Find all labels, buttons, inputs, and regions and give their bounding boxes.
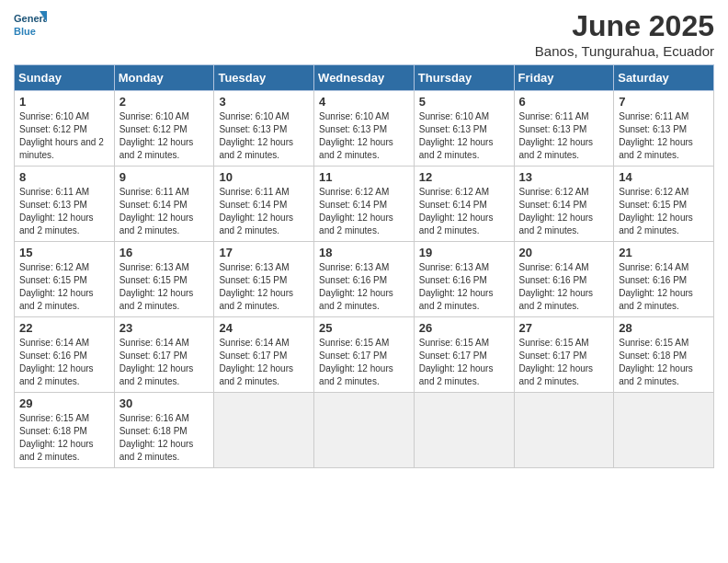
empty-cell-5 [614,393,714,468]
day-13: 13 Sunrise: 6:12 AMSunset: 6:14 PMDaylig… [514,167,614,242]
day-21: 21 Sunrise: 6:14 AMSunset: 6:16 PMDaylig… [614,242,714,317]
day-4: 4 Sunrise: 6:10 AMSunset: 6:13 PMDayligh… [314,91,415,167]
day-18: 18 Sunrise: 6:13 AMSunset: 6:16 PMDaylig… [314,242,415,317]
day-8: 8 Sunrise: 6:11 AMSunset: 6:13 PMDayligh… [15,167,115,242]
location-subtitle: Banos, Tungurahua, Ecuador [535,43,714,59]
day-1: 1 Sunrise: 6:10 AMSunset: 6:12 PMDayligh… [15,91,115,167]
day-14: 14 Sunrise: 6:12 AMSunset: 6:15 PMDaylig… [614,167,714,242]
day-10: 10 Sunrise: 6:11 AMSunset: 6:14 PMDaylig… [214,167,314,242]
header-sunday: Sunday [15,65,115,91]
calendar-header-row: Sunday Monday Tuesday Wednesday Thursday… [15,65,714,91]
day-9: 9 Sunrise: 6:11 AMSunset: 6:14 PMDayligh… [114,167,214,242]
day-29: 29 Sunrise: 6:15 AMSunset: 6:18 PMDaylig… [15,393,115,468]
logo-icon: General Blue [14,9,47,42]
day-16: 16 Sunrise: 6:13 AMSunset: 6:15 PMDaylig… [114,242,214,317]
week-row-4: 22 Sunrise: 6:14 AMSunset: 6:16 PMDaylig… [15,317,714,393]
header-thursday: Thursday [414,65,514,91]
day-30: 30 Sunrise: 6:16 AMSunset: 6:18 PMDaylig… [114,393,214,468]
logo: General Blue [14,9,47,42]
month-title: June 2025 [535,9,714,43]
day-2: 2 Sunrise: 6:10 AMSunset: 6:12 PMDayligh… [114,91,214,167]
title-block: June 2025 Banos, Tungurahua, Ecuador [535,9,714,59]
day-28: 28 Sunrise: 6:15 AMSunset: 6:18 PMDaylig… [614,317,714,393]
empty-cell-3 [414,393,514,468]
week-row-1: 1 Sunrise: 6:10 AMSunset: 6:12 PMDayligh… [15,91,714,167]
day-5: 5 Sunrise: 6:10 AMSunset: 6:13 PMDayligh… [414,91,514,167]
day-26: 26 Sunrise: 6:15 AMSunset: 6:17 PMDaylig… [414,317,514,393]
day-23: 23 Sunrise: 6:14 AMSunset: 6:17 PMDaylig… [114,317,214,393]
day-15: 15 Sunrise: 6:12 AMSunset: 6:15 PMDaylig… [15,242,115,317]
week-row-5: 29 Sunrise: 6:15 AMSunset: 6:18 PMDaylig… [15,393,714,468]
day-11: 11 Sunrise: 6:12 AMSunset: 6:14 PMDaylig… [314,167,415,242]
header-friday: Friday [514,65,614,91]
header-wednesday: Wednesday [314,65,415,91]
day-19: 19 Sunrise: 6:13 AMSunset: 6:16 PMDaylig… [414,242,514,317]
empty-cell-1 [214,393,314,468]
day-3: 3 Sunrise: 6:10 AMSunset: 6:13 PMDayligh… [214,91,314,167]
header-monday: Monday [114,65,214,91]
header-saturday: Saturday [614,65,714,91]
empty-cell-2 [314,393,415,468]
week-row-2: 8 Sunrise: 6:11 AMSunset: 6:13 PMDayligh… [15,167,714,242]
svg-text:Blue: Blue [14,26,36,37]
day-17: 17 Sunrise: 6:13 AMSunset: 6:15 PMDaylig… [214,242,314,317]
day-25: 25 Sunrise: 6:15 AMSunset: 6:17 PMDaylig… [314,317,415,393]
empty-cell-4 [514,393,614,468]
day-22: 22 Sunrise: 6:14 AMSunset: 6:16 PMDaylig… [15,317,115,393]
day-7: 7 Sunrise: 6:11 AMSunset: 6:13 PMDayligh… [614,91,714,167]
header-tuesday: Tuesday [214,65,314,91]
week-row-3: 15 Sunrise: 6:12 AMSunset: 6:15 PMDaylig… [15,242,714,317]
day-12: 12 Sunrise: 6:12 AMSunset: 6:14 PMDaylig… [414,167,514,242]
calendar-table: Sunday Monday Tuesday Wednesday Thursday… [14,64,714,468]
day-24: 24 Sunrise: 6:14 AMSunset: 6:17 PMDaylig… [214,317,314,393]
day-27: 27 Sunrise: 6:15 AMSunset: 6:17 PMDaylig… [514,317,614,393]
day-6: 6 Sunrise: 6:11 AMSunset: 6:13 PMDayligh… [514,91,614,167]
page-header: General Blue June 2025 Banos, Tungurahua… [14,9,714,59]
day-20: 20 Sunrise: 6:14 AMSunset: 6:16 PMDaylig… [514,242,614,317]
